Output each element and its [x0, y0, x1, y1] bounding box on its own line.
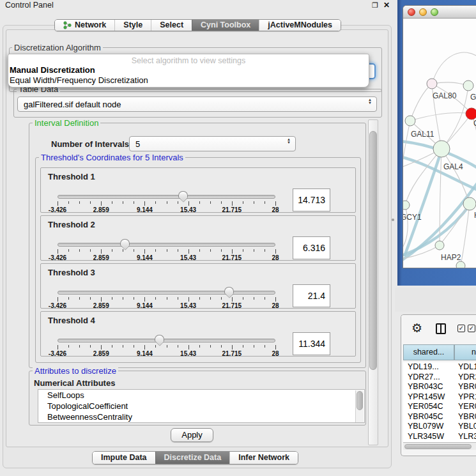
dropdown-option[interactable]: Equal Width/Frequency Discretization: [8, 75, 369, 86]
tab-discretize-data[interactable]: Discretize Data: [155, 452, 230, 464]
table-row[interactable]: YLR345WYLR3: [403, 432, 476, 442]
control-panel-tabs: NetworkStyleSelectCyni ToolboxjActiveMNo…: [54, 19, 341, 31]
table-row[interactable]: YER054CYER0: [403, 402, 476, 412]
table-data-combobox[interactable]: galFiltered.sif default node ▲▼: [17, 96, 377, 112]
network-edge-thick: [404, 150, 441, 256]
network-window-titlebar[interactable]: [403, 6, 476, 19]
table-row[interactable]: YBR045CYBR0: [403, 412, 476, 422]
mac-zoom-button[interactable]: [431, 8, 438, 16]
table-row[interactable]: YBL079WYBL0: [403, 422, 476, 432]
number-of-intervals-combobox[interactable]: 5 ▲▼: [129, 136, 296, 151]
apply-button[interactable]: Apply: [171, 428, 213, 442]
slider-tick: [68, 345, 69, 348]
column-header-name[interactable]: n: [454, 344, 476, 360]
columns-icon[interactable]: [436, 323, 446, 334]
slider-handle[interactable]: [178, 191, 188, 198]
table-cell: YDL19...: [408, 362, 439, 372]
split-pane-divider-handle[interactable]: [392, 219, 394, 221]
slider-tick: [134, 201, 134, 204]
table-horizontal-scrollbar[interactable]: [403, 442, 476, 450]
table-cell: YLR345W: [408, 432, 444, 441]
slider-tick-label: 2.859: [93, 254, 109, 261]
list-vertical-scrollbar[interactable]: [355, 390, 364, 423]
threshold-value-input[interactable]: [293, 236, 330, 259]
network-node-h[interactable]: [463, 197, 476, 210]
dropdown-option[interactable]: Manual Discretization: [8, 65, 369, 75]
number-of-intervals-value: 5: [135, 139, 140, 149]
slider-tick: [68, 297, 69, 300]
tab-label: jActiveMNodules: [268, 20, 332, 31]
tab-label: Style: [123, 20, 142, 31]
interval-definition-title: Interval Definition: [33, 119, 100, 127]
close-icon[interactable]: ✕: [383, 1, 390, 10]
slider-tick: [199, 249, 200, 252]
slider-handle[interactable]: [120, 239, 130, 246]
slider-tick: [178, 345, 178, 348]
network-node-label: GCY1: [403, 213, 422, 222]
tab-infer-network[interactable]: Infer Network: [229, 452, 298, 464]
float-window-icon[interactable]: ❐: [372, 1, 378, 10]
slider-tick: [232, 345, 233, 349]
settings-vertical-scrollbar[interactable]: [368, 119, 378, 445]
gear-icon[interactable]: ⚙: [411, 321, 422, 335]
network-node-gal4[interactable]: [433, 141, 450, 157]
network-node-gal80[interactable]: [427, 79, 437, 89]
threshold-slider[interactable]: -3.4262.8599.14415.4321.71528: [41, 312, 293, 357]
slider-tick: [188, 201, 189, 206]
threshold-panel: Threshold 1-3.4262.8599.14415.4321.71528: [40, 167, 356, 213]
slider-tick: [167, 297, 167, 300]
slider-tick: [79, 297, 80, 300]
tab-jactivemnodules[interactable]: jActiveMNodules: [259, 20, 341, 31]
network-node-gal11[interactable]: [405, 116, 415, 126]
network-view-window: GAL80GACGAL11GAL4GCY1HHAP2: [403, 5, 476, 268]
network-graph: GAL80GACGAL11GAL4GCY1HHAP2: [403, 19, 476, 268]
network-node-hap2[interactable]: [435, 241, 444, 250]
table-cell: YER054C: [408, 402, 443, 411]
tab-style[interactable]: Style: [114, 20, 151, 31]
mac-close-button[interactable]: [408, 8, 415, 16]
network-node-gcy1[interactable]: [403, 201, 410, 210]
numerical-attributes-list[interactable]: SelfLoopsTopologicalCoefficientBetweenne…: [38, 389, 365, 423]
tab-network[interactable]: Network: [55, 20, 114, 31]
threshold-value-input[interactable]: [293, 284, 330, 307]
scrollbar-thumb[interactable]: [357, 391, 363, 410]
table-cell: YER0: [458, 402, 476, 411]
slider-tick-label: -3.426: [49, 206, 66, 213]
threshold-slider[interactable]: -3.4262.8599.14415.4321.71528: [41, 264, 293, 309]
slider-handle[interactable]: [224, 287, 234, 294]
threshold-panel: Threshold 3-3.4262.8599.14415.4321.71528: [40, 263, 356, 309]
dropdown-options: Manual DiscretizationEqual Width/Frequen…: [8, 65, 369, 86]
attribute-list-item[interactable]: TopologicalCoefficient: [38, 401, 364, 411]
slider-track: [58, 243, 275, 247]
scrollbar-thumb[interactable]: [404, 444, 472, 449]
threshold-slider[interactable]: -3.4262.8599.14415.4321.71528: [41, 216, 293, 261]
network-node-label: GAL4: [443, 162, 463, 171]
checkbox-checked-icon[interactable]: ✓: [468, 325, 475, 332]
tab-impute-data[interactable]: Impute Data: [93, 452, 155, 464]
threshold-slider[interactable]: -3.4262.8599.14415.4321.71528: [41, 168, 293, 213]
network-node[interactable]: [456, 261, 465, 268]
network-node-ga[interactable]: [463, 81, 473, 91]
table-row[interactable]: YDR27...YDR2: [403, 372, 476, 383]
slider-handle[interactable]: [155, 335, 164, 342]
tab-cyni-toolbox[interactable]: Cyni Toolbox: [192, 20, 259, 31]
table-cell: YLR3: [458, 432, 476, 441]
slider-tick-label: -3.426: [49, 350, 66, 357]
table-row[interactable]: YPR145WYPR1: [403, 392, 476, 403]
threshold-value-input[interactable]: [293, 188, 330, 211]
table-row[interactable]: YDL19...YDL1: [403, 362, 476, 372]
mac-minimize-button[interactable]: [419, 8, 427, 16]
threshold-value-input[interactable]: [293, 332, 330, 355]
attribute-list-item[interactable]: SelfLoops: [38, 390, 364, 401]
checkbox-checked-icon[interactable]: ✓: [457, 325, 465, 332]
tab-select[interactable]: Select: [151, 20, 192, 31]
attribute-list-item[interactable]: BetweennessCentrality: [38, 411, 364, 422]
slider-tick-label: 21.715: [222, 350, 242, 357]
combo-stepper-icon: ▲▼: [285, 138, 293, 144]
table-row[interactable]: YBR043CYBR0: [403, 382, 476, 392]
slider-tick: [254, 345, 254, 348]
scrollbar-thumb[interactable]: [369, 131, 377, 370]
network-canvas[interactable]: GAL80GACGAL11GAL4GCY1HHAP2: [403, 19, 476, 268]
column-header-shared[interactable]: shared...: [403, 344, 454, 360]
network-node-c[interactable]: [466, 108, 476, 119]
